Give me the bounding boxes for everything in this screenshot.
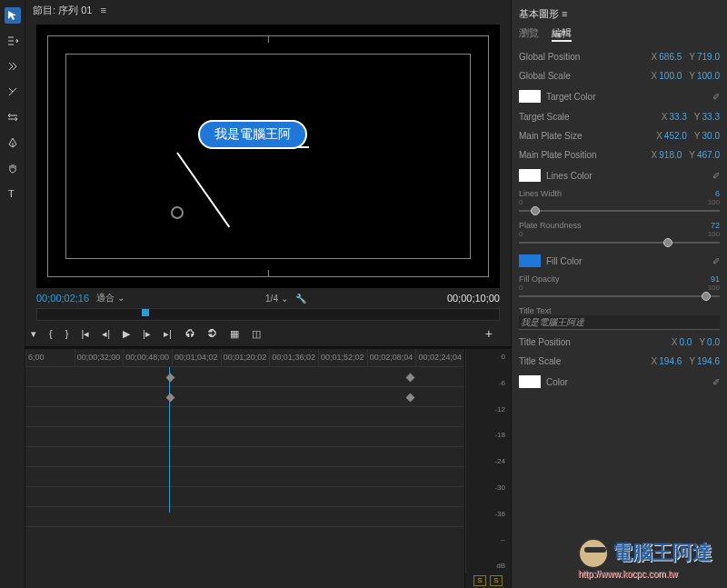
go-to-in-button[interactable]: |◂: [81, 328, 89, 340]
slider-thumb[interactable]: [531, 206, 540, 215]
meter-mark: -24: [494, 457, 505, 465]
monitor-header: 節目: 序列 01 ≡: [25, 0, 511, 21]
go-to-out-button[interactable]: ▸|: [164, 328, 172, 340]
playhead-line[interactable]: [169, 367, 170, 513]
global-scale-y[interactable]: Y100.0: [682, 71, 720, 81]
playback-resolution[interactable]: 1/4 ⌄: [265, 294, 288, 304]
track-row[interactable]: [25, 487, 464, 507]
opacity-value[interactable]: 91: [711, 274, 720, 284]
safe-margin-inner: [65, 54, 471, 259]
timeline-ruler[interactable]: 6;00 00;00;32;00 00;00;48;00 00;01;04;02…: [25, 349, 464, 367]
track-row[interactable]: [25, 467, 464, 487]
roundness-slider[interactable]: [519, 242, 720, 244]
track-row[interactable]: [25, 387, 464, 407]
lines-width-value[interactable]: 6: [715, 189, 720, 198]
prop-lines-width: Lines Width6 0100: [519, 186, 720, 218]
add-marker-button[interactable]: ▾: [31, 328, 36, 340]
timecode-current[interactable]: 00;00;02;16: [36, 293, 89, 304]
eyedropper-icon[interactable]: ✐: [712, 377, 720, 387]
meter-mark: -18: [494, 431, 505, 439]
global-position-y[interactable]: Y719.0: [682, 52, 720, 62]
ruler-tick: 00;02;24;04: [415, 349, 464, 366]
title-scale-x[interactable]: X194.6: [644, 356, 682, 366]
button-editor-plus[interactable]: +: [485, 326, 493, 341]
tab-edit[interactable]: 編輯: [552, 26, 572, 42]
center-column: 節目: 序列 01 ≡ 我是電腦王阿 00;00;02;16 適合 ⌄ 1/4 …: [25, 0, 511, 588]
comparison-view-button[interactable]: ◫: [252, 328, 261, 340]
zoom-fit-select[interactable]: 適合 ⌄: [96, 292, 124, 304]
target-scale-x[interactable]: X33.3: [654, 112, 687, 122]
mark-in-button[interactable]: {: [49, 328, 53, 339]
track-row[interactable]: [25, 427, 464, 447]
prop-target-scale: Target Scale X33.3 Y33.3: [519, 107, 720, 126]
meter-mark: -30: [494, 483, 505, 492]
prop-fill-color: Fill Color ✐: [519, 250, 720, 272]
extract-button[interactable]: ⮊: [207, 328, 217, 339]
selection-tool[interactable]: [5, 7, 21, 24]
slider-thumb[interactable]: [663, 238, 672, 247]
tab-browse[interactable]: 瀏覽: [519, 26, 539, 42]
step-back-button[interactable]: ◂|: [102, 328, 110, 340]
play-button[interactable]: ▶: [123, 328, 130, 340]
export-frame-button[interactable]: ▦: [230, 328, 239, 340]
roundness-value[interactable]: 72: [711, 221, 720, 230]
global-position-x[interactable]: X686.5: [644, 52, 682, 62]
global-scale-x[interactable]: X100.0: [644, 71, 682, 81]
program-monitor[interactable]: 我是電腦王阿: [36, 25, 500, 288]
fill-color-swatch[interactable]: [519, 254, 541, 267]
prop-fill-opacity: Fill Opacity91 0100: [519, 272, 720, 304]
step-forward-button[interactable]: |▸: [143, 328, 151, 340]
eyedropper-icon[interactable]: ✐: [712, 92, 720, 102]
settings-icon[interactable]: 🔧: [295, 294, 306, 304]
mark-out-button[interactable]: }: [65, 328, 69, 339]
razor-tool[interactable]: [5, 84, 21, 100]
ruler-tick: 00;00;48;00: [123, 349, 172, 366]
target-color-swatch[interactable]: [519, 90, 541, 103]
meter-mark: -36: [494, 510, 505, 518]
timeline-tracks[interactable]: 6;00 00;00;32;00 00;00;48;00 00;01;04;02…: [25, 349, 465, 588]
monitor-scrubber[interactable]: [36, 308, 500, 321]
callout-bubble[interactable]: 我是電腦王阿: [198, 120, 307, 149]
lines-color-swatch[interactable]: [519, 169, 541, 182]
track-row[interactable]: [25, 507, 464, 527]
eyedropper-icon[interactable]: ✐: [712, 171, 720, 181]
slip-tool[interactable]: [5, 109, 21, 125]
type-tool[interactable]: T: [5, 185, 21, 202]
playhead-marker[interactable]: [142, 309, 149, 316]
target-scale-y[interactable]: Y33.3: [687, 112, 720, 122]
lift-button[interactable]: ⮉: [184, 328, 194, 339]
transport-controls: ▾ { } |◂ ◂| ▶ |▸ ▸| ⮉ ⮊ ▦ ◫ +: [25, 321, 511, 346]
slider-thumb[interactable]: [702, 292, 711, 301]
callout-anchor-dot[interactable]: [171, 206, 184, 219]
plate-size-x[interactable]: X452.0: [649, 131, 687, 141]
panel-tabs: 瀏覽 編輯: [519, 25, 720, 47]
title-text-input[interactable]: [519, 315, 720, 330]
solo-right-button[interactable]: S: [490, 575, 503, 586]
timecode-duration: 00;00;10;00: [447, 293, 500, 304]
track-row[interactable]: [25, 407, 464, 427]
prop-global-position: Global Position X686.5 Y719.0: [519, 47, 720, 66]
lines-width-slider[interactable]: [519, 210, 720, 212]
ruler-tick: 00;00;32;00: [75, 349, 124, 366]
title-scale-y[interactable]: Y194.6: [682, 356, 720, 366]
solo-left-button[interactable]: S: [473, 575, 486, 586]
text-color-swatch[interactable]: [519, 375, 541, 388]
plate-pos-x[interactable]: X918.0: [644, 150, 682, 160]
title-pos-x[interactable]: X0.0: [664, 337, 692, 347]
pen-tool[interactable]: [5, 135, 21, 151]
eyedropper-icon[interactable]: ✐: [712, 256, 720, 266]
timeline-panel: 6;00 00;00;32;00 00;00;48;00 00;01;04;02…: [25, 349, 511, 588]
title-pos-y[interactable]: Y0.0: [692, 337, 720, 347]
track-row[interactable]: [25, 367, 464, 387]
timeline-body[interactable]: [25, 367, 464, 549]
panel-menu-icon[interactable]: ≡: [100, 5, 105, 15]
track-select-tool[interactable]: [5, 33, 21, 49]
meter-mark: -6: [499, 379, 505, 387]
plate-pos-y[interactable]: Y467.0: [682, 150, 720, 160]
plate-size-y[interactable]: Y30.0: [687, 131, 720, 141]
ripple-edit-tool[interactable]: [5, 58, 21, 75]
ruler-tick: 00;01;04;02: [172, 349, 221, 366]
track-row[interactable]: [25, 447, 464, 467]
opacity-slider[interactable]: [519, 295, 720, 297]
hand-tool[interactable]: [5, 160, 21, 176]
